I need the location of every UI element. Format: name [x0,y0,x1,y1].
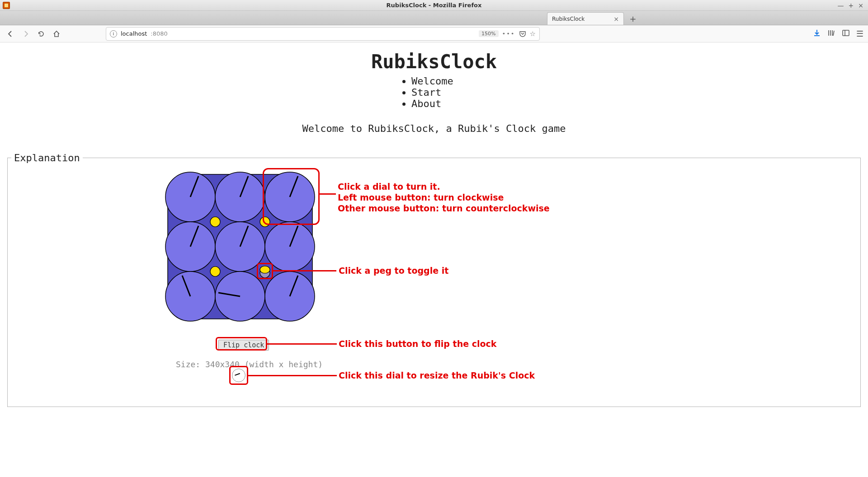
callout-line-flip [267,343,337,345]
nav-start[interactable]: Start [411,87,466,98]
library-icon[interactable] [827,29,835,38]
page-viewport: RubiksClock Welcome Start About Welcome … [0,42,868,477]
window-title: RubiksClock - Mozilla Firefox [0,2,868,9]
callout-text-resize: Click this dial to resize the Rubik's Cl… [339,370,535,381]
browser-tabstrip: RubiksClock × + [0,11,868,25]
callout-text-peg: Click a peg to toggle it [339,266,448,276]
tab-label: RubiksClock [552,16,585,22]
new-tab-button[interactable]: + [627,13,639,24]
window-minimize-button[interactable]: — [838,2,844,9]
callout-box-dial [263,168,320,225]
zoom-indicator[interactable]: 150% [479,30,498,37]
bookmark-star-icon[interactable]: ☆ [530,30,536,38]
home-button[interactable] [51,28,62,40]
welcome-text: Welcome to RubiksClock, a Rubik's Clock … [0,123,868,134]
browser-tab-active[interactable]: RubiksClock × [547,12,624,25]
callout-box-flip [216,337,267,351]
url-port: :8080 [151,30,167,37]
back-button[interactable] [5,28,16,40]
svg-point-21 [210,217,220,227]
forward-button[interactable] [20,28,32,40]
callout-line-dial [320,193,336,195]
explanation-legend: Explanation [11,152,83,164]
window-close-button[interactable]: × [858,2,863,9]
site-nav: Welcome Start About [402,75,466,109]
explanation-fieldset: Explanation [7,152,861,407]
callout-text-dial: Click a dial to turn it. Left mouse butt… [338,182,550,214]
callout-line-resize [248,375,337,376]
pocket-icon[interactable] [519,30,526,37]
reload-button[interactable] [35,28,47,40]
svg-point-23 [210,267,220,276]
firefox-icon [3,2,10,9]
sidebar-icon[interactable] [842,29,850,38]
svg-rect-0 [843,30,849,36]
browser-toolbar: i localhost:8080 150% ••• ☆ ☰ [0,25,868,42]
downloads-icon[interactable] [813,29,821,39]
nav-about[interactable]: About [411,98,466,109]
callout-text-flip: Click this button to flip the clock [339,339,496,350]
size-label: Size: 340x340 (width x height) [176,360,323,369]
window-maximize-button[interactable]: + [849,2,854,9]
page-actions-icon[interactable]: ••• [502,30,515,37]
url-host: localhost [121,30,147,37]
url-bar[interactable]: i localhost:8080 150% ••• ☆ [106,27,540,41]
site-info-icon[interactable]: i [110,30,117,37]
nav-welcome[interactable]: Welcome [411,75,466,87]
window-titlebar: RubiksClock - Mozilla Firefox — + × [0,0,868,11]
callout-line-peg [273,270,336,271]
callout-box-resize [229,366,248,385]
page-title: RubiksClock [0,51,868,73]
hamburger-menu-icon[interactable]: ☰ [856,29,863,38]
tab-close-icon[interactable]: × [613,15,619,23]
callout-box-peg [257,263,273,279]
